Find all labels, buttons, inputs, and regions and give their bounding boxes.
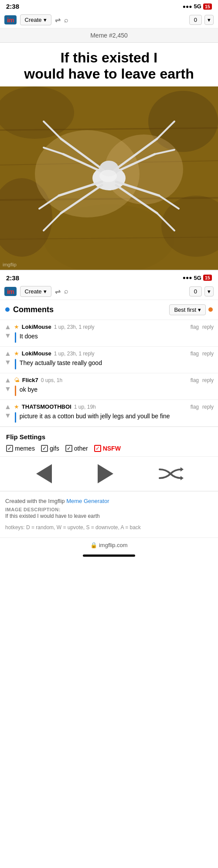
comment-1-header: ▲ ★ LokiMouse 1 up, 23h, 1 reply flag re… bbox=[4, 324, 214, 331]
comment-2-bar bbox=[15, 359, 16, 369]
comment-3-meta: 0 ups, 1h bbox=[41, 377, 62, 383]
star-icon-4: ★ bbox=[14, 403, 19, 410]
gifs-label: gifs bbox=[50, 445, 59, 452]
sort-button[interactable]: Best first ▾ bbox=[169, 304, 206, 315]
upvote-icon-1[interactable]: ▲ bbox=[4, 324, 11, 331]
comment-4-username: THATSMOOTHBOI bbox=[22, 403, 72, 410]
create-button[interactable]: Create ▾ bbox=[20, 14, 51, 25]
comment-1-meta: 1 up, 23h, 1 reply bbox=[54, 324, 95, 330]
upvote-icon-4[interactable]: ▲ bbox=[4, 403, 11, 410]
navigation-buttons bbox=[0, 456, 218, 491]
comment-3-vote-arrows: ▲ bbox=[4, 377, 11, 384]
comment-2-body: ▼ They actually taste really good bbox=[4, 359, 214, 369]
imgflip-logo[interactable]: im bbox=[4, 15, 17, 24]
comment-4-header: ▲ ★ THATSMOOTHBOI 1 up, 19h flag reply bbox=[4, 403, 214, 410]
flag-link-2[interactable]: flag bbox=[191, 351, 199, 357]
flag-link-4[interactable]: flag bbox=[191, 404, 199, 410]
shuffle-button[interactable] bbox=[153, 463, 188, 485]
back-button[interactable] bbox=[30, 463, 58, 485]
comment-1-actions: flag reply bbox=[191, 324, 214, 330]
downvote-icon-3[interactable]: ▼ bbox=[4, 386, 11, 393]
search-icon-2[interactable]: ⌕ bbox=[64, 287, 68, 295]
comment-4-meta: 1 up, 19h bbox=[74, 404, 96, 410]
nsfw-checkbox[interactable]: ✓ NSFW bbox=[94, 445, 121, 452]
downvote-icon-4[interactable]: ▼ bbox=[4, 412, 11, 419]
time-display: 2:38 bbox=[6, 3, 19, 10]
signal-icon: ●●● bbox=[183, 3, 192, 10]
comments-left: Comments bbox=[5, 305, 54, 314]
comment-2-username: LokiMouse bbox=[22, 350, 51, 357]
meme-generator-link[interactable]: Meme Generator bbox=[66, 498, 109, 504]
nav-dropdown-button[interactable]: ▾ bbox=[204, 15, 214, 25]
memes-check-icon: ✓ bbox=[6, 445, 13, 452]
forward-button[interactable] bbox=[92, 463, 119, 485]
comment-3-body: ▼ ok bye bbox=[4, 386, 214, 396]
comment-3: ▲ 🌤 Flick7 0 ups, 1h flag reply ▼ ok bye bbox=[0, 373, 218, 400]
reply-link-1[interactable]: reply bbox=[202, 324, 214, 330]
reply-link-3[interactable]: reply bbox=[202, 377, 214, 383]
meme-title-bar: Meme #2,450 bbox=[0, 28, 218, 43]
signal-icon-2: ●●● bbox=[183, 275, 192, 281]
comment-3-user: ▲ 🌤 Flick7 0 ups, 1h bbox=[4, 377, 62, 384]
reply-link-4[interactable]: reply bbox=[202, 404, 214, 410]
meme-id: Meme #2,450 bbox=[90, 32, 128, 39]
forward-arrow-icon bbox=[98, 464, 113, 483]
image-watermark: imgflip bbox=[3, 262, 17, 267]
home-bar bbox=[83, 555, 135, 557]
status-icons: ●●● 5G 15 bbox=[183, 3, 212, 10]
comment-3-bar bbox=[15, 386, 16, 396]
search-icon[interactable]: ⌕ bbox=[64, 16, 68, 24]
battery-badge: 15 bbox=[203, 3, 212, 10]
star-icon-1: ★ bbox=[14, 324, 19, 330]
downvote-icon-1[interactable]: ▼ bbox=[4, 332, 11, 339]
other-check-icon: ✓ bbox=[65, 445, 72, 452]
comment-2-actions: flag reply bbox=[191, 351, 214, 357]
meme-text-line1: If this existed I bbox=[61, 50, 157, 65]
nav-dropdown-button-2[interactable]: ▾ bbox=[204, 286, 214, 296]
shuffle-icon-2[interactable]: ⇌ bbox=[55, 287, 61, 296]
imgflip-logo-2[interactable]: im bbox=[4, 287, 17, 296]
site-url: 🔒 imgflip.com bbox=[90, 542, 127, 548]
comment-4: ▲ ★ THATSMOOTHBOI 1 up, 19h flag reply ▼… bbox=[0, 400, 218, 427]
upvote-icon-2[interactable]: ▲ bbox=[4, 350, 11, 357]
comment-4-vote-arrows: ▲ bbox=[4, 403, 11, 410]
home-indicator[interactable] bbox=[0, 552, 218, 558]
svg-marker-33 bbox=[181, 467, 184, 472]
image-description-text: If this existed I would have to leave ea… bbox=[5, 513, 213, 519]
lock-icon: 🔒 bbox=[90, 542, 97, 548]
memes-label: memes bbox=[15, 445, 35, 452]
comments-header: Comments Best first ▾ bbox=[0, 300, 218, 320]
memes-checkbox[interactable]: ✓ memes bbox=[6, 445, 35, 452]
comment-1-user: ▲ ★ LokiMouse 1 up, 23h, 1 reply bbox=[4, 324, 94, 331]
comment-2-text: They actually taste really good bbox=[20, 359, 214, 368]
create-button-2[interactable]: Create ▾ bbox=[20, 286, 51, 297]
other-label: other bbox=[74, 445, 88, 452]
upvote-icon-3[interactable]: ▲ bbox=[4, 377, 11, 384]
comment-2: ▲ ★ LokiMouse 1 up, 23h, 1 reply flag re… bbox=[0, 347, 218, 373]
comment-3-header: ▲ 🌤 Flick7 0 ups, 1h flag reply bbox=[4, 377, 214, 384]
nsfw-check-icon: ✓ bbox=[94, 445, 101, 452]
domain: imgflip.com bbox=[99, 542, 128, 548]
shuffle-large-icon bbox=[155, 463, 186, 485]
time-display-2: 2:38 bbox=[6, 274, 19, 282]
nav-right-section-2: 0 ▾ bbox=[189, 286, 214, 296]
back-arrow-icon bbox=[36, 464, 52, 483]
meme-caption: If this existed I would have to leave ea… bbox=[0, 43, 218, 86]
shuffle-icon[interactable]: ⇌ bbox=[55, 16, 61, 24]
comment-2-header: ▲ ★ LokiMouse 1 up, 23h, 1 reply flag re… bbox=[4, 350, 214, 357]
score-display: 0 bbox=[189, 15, 202, 25]
chevron-down-icon: ▾ bbox=[44, 17, 47, 23]
score-display-2: 0 bbox=[189, 286, 202, 296]
other-checkbox[interactable]: ✓ other bbox=[65, 445, 88, 452]
flag-link-3[interactable]: flag bbox=[191, 377, 199, 383]
comment-2-user: ▲ ★ LokiMouse 1 up, 23h, 1 reply bbox=[4, 350, 94, 357]
downvote-icon-2[interactable]: ▼ bbox=[4, 359, 11, 366]
top-navigation-2: im Create ▾ ⇌ ⌕ 0 ▾ bbox=[0, 283, 218, 300]
svg-point-31 bbox=[99, 170, 117, 182]
reply-link-2[interactable]: reply bbox=[202, 351, 214, 357]
comment-3-actions: flag reply bbox=[191, 377, 214, 383]
gifs-checkbox[interactable]: ✓ gifs bbox=[41, 445, 59, 452]
comment-1-text: It does bbox=[20, 332, 214, 341]
create-label: Create bbox=[25, 17, 42, 23]
flag-link-1[interactable]: flag bbox=[191, 324, 199, 330]
